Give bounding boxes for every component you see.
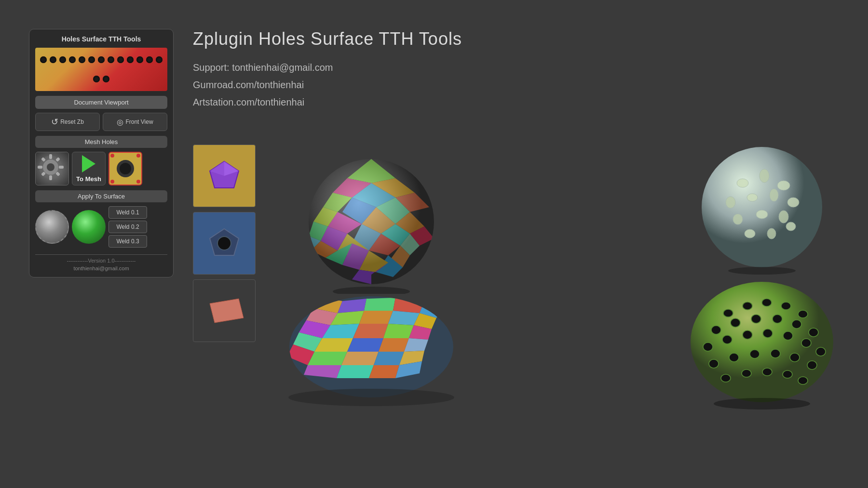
svg-point-124 [762, 368, 772, 376]
front-view-label: Front View [125, 119, 153, 125]
svg-point-110 [722, 335, 732, 344]
svg-point-118 [750, 350, 760, 358]
preview-hole [108, 56, 114, 63]
render-colorful-sphere [299, 149, 444, 296]
svg-point-49 [702, 147, 822, 267]
weld-02-button[interactable]: Weld 0.2 [108, 221, 147, 233]
preview-hole [146, 56, 153, 63]
corner-br [136, 180, 140, 184]
preview-hole [117, 56, 124, 63]
svg-point-54 [747, 194, 758, 201]
svg-point-126 [798, 377, 808, 384]
svg-marker-83 [347, 338, 383, 352]
hole-icon [205, 224, 244, 263]
sphere-wireframe-button[interactable] [35, 210, 69, 244]
contact-email-text: tonthienhai@gmail.com [35, 265, 167, 271]
colorful-sphere-svg [299, 149, 444, 294]
weld-01-button[interactable]: Weld 0.1 [108, 206, 147, 219]
support-line: Support: tonthienhai@gmail.com [193, 59, 849, 76]
svg-point-53 [726, 197, 735, 208]
preview-thumbnails-column [193, 145, 256, 342]
svg-marker-93 [369, 365, 399, 378]
svg-marker-68 [364, 298, 395, 311]
document-viewport-button[interactable]: Document Viewport [35, 96, 167, 109]
svg-point-50 [737, 179, 748, 187]
colorful-dome-svg [280, 284, 463, 419]
svg-point-98 [723, 309, 733, 317]
svg-point-108 [809, 328, 818, 337]
svg-point-103 [711, 326, 721, 334]
svg-point-113 [783, 331, 793, 340]
svg-marker-69 [393, 298, 424, 313]
preview-hole [69, 56, 76, 63]
svg-marker-88 [341, 352, 379, 365]
apply-to-surface-section: Apply To Surface Weld 0.1 Weld 0.2 Weld … [35, 190, 167, 248]
svg-rect-4 [49, 175, 52, 180]
svg-point-51 [760, 169, 769, 183]
svg-point-52 [777, 181, 790, 190]
svg-point-112 [763, 329, 773, 338]
corner-tr [136, 154, 140, 158]
svg-rect-3 [49, 154, 52, 159]
corner-bl [110, 180, 114, 184]
svg-point-111 [743, 330, 752, 339]
preview-hole [156, 56, 163, 63]
corner-tl [110, 154, 114, 158]
reset-zb-button[interactable]: ↺ Reset Zb [35, 113, 100, 131]
svg-point-100 [762, 299, 772, 306]
render-bumpy-sphere [694, 140, 829, 277]
sidebar-title: Holes Surface TTH Tools [35, 35, 167, 43]
svg-marker-92 [337, 365, 374, 378]
svg-point-109 [703, 343, 713, 351]
thumb-flat [193, 279, 256, 342]
svg-marker-89 [374, 352, 404, 365]
svg-point-125 [783, 370, 792, 378]
svg-point-123 [742, 369, 751, 377]
svg-point-116 [709, 359, 719, 368]
preview-hole [98, 56, 105, 63]
svg-point-15 [217, 237, 231, 250]
preview-image [35, 48, 167, 91]
preview-hole [93, 76, 100, 82]
reset-zb-label: Reset Zb [60, 119, 84, 125]
thumb-gem [193, 145, 256, 207]
mesh-gear-button[interactable] [35, 152, 69, 185]
preview-hole [79, 56, 85, 63]
preview-hole [103, 76, 109, 82]
thumb-hole [193, 212, 256, 275]
preview-hole [59, 56, 66, 63]
preview-hole [136, 56, 143, 63]
support-info: Support: tonthienhai@gmail.com Gumroad.c… [193, 59, 849, 111]
svg-point-105 [751, 315, 761, 323]
version-text: ------------Version 1.0------------ [35, 254, 167, 264]
svg-point-101 [781, 302, 791, 310]
render-green-bowl [685, 275, 839, 416]
weld-03-button[interactable]: Weld 0.3 [108, 235, 147, 248]
svg-point-99 [743, 302, 752, 310]
svg-marker-79 [383, 324, 414, 338]
svg-rect-5 [38, 166, 42, 169]
svg-point-47 [309, 159, 434, 284]
svg-rect-6 [59, 166, 64, 169]
sphere-green-button[interactable] [72, 210, 106, 244]
svg-point-106 [773, 315, 782, 323]
svg-point-122 [721, 374, 731, 382]
eye-icon: ◎ [117, 118, 123, 127]
bumpy-sphere-svg [694, 140, 829, 275]
hole-button[interactable] [108, 152, 142, 185]
mesh-holes-label[interactable]: Mesh Holes [35, 136, 167, 148]
mesh-holes-buttons-row: To Mesh [35, 152, 167, 185]
svg-point-56 [787, 198, 799, 207]
svg-point-104 [731, 318, 740, 327]
green-bowl-svg [685, 275, 839, 414]
preview-hole [50, 56, 56, 63]
svg-marker-16 [210, 299, 244, 323]
gear-mesh-icon [36, 152, 66, 182]
front-view-button[interactable]: ◎ Front View [103, 113, 167, 131]
svg-point-121 [807, 361, 817, 369]
to-mesh-button[interactable]: To Mesh [72, 152, 106, 185]
apply-to-surface-label[interactable]: Apply To Surface [35, 190, 167, 202]
preview-hole [88, 56, 95, 63]
to-mesh-label: To Mesh [76, 175, 101, 183]
render-colorful-dome [280, 284, 463, 421]
